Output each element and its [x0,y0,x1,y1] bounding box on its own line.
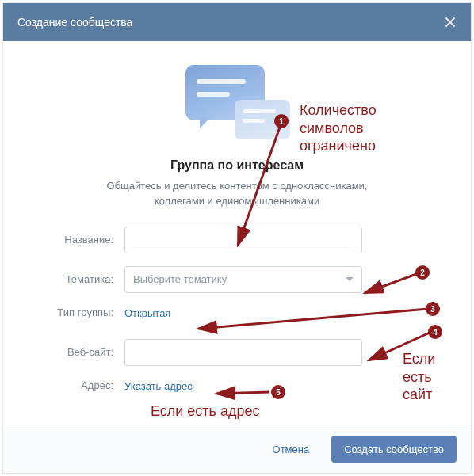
svg-line-2 [198,309,428,329]
svg-line-0 [238,123,281,246]
annotation-text-4: Если есть сайт [403,350,435,404]
annotation-text-5: Если есть адрес [151,402,260,421]
annotation-text-1: Количество символов ограничено [300,101,377,155]
svg-line-4 [216,392,269,394]
svg-line-1 [365,273,419,293]
